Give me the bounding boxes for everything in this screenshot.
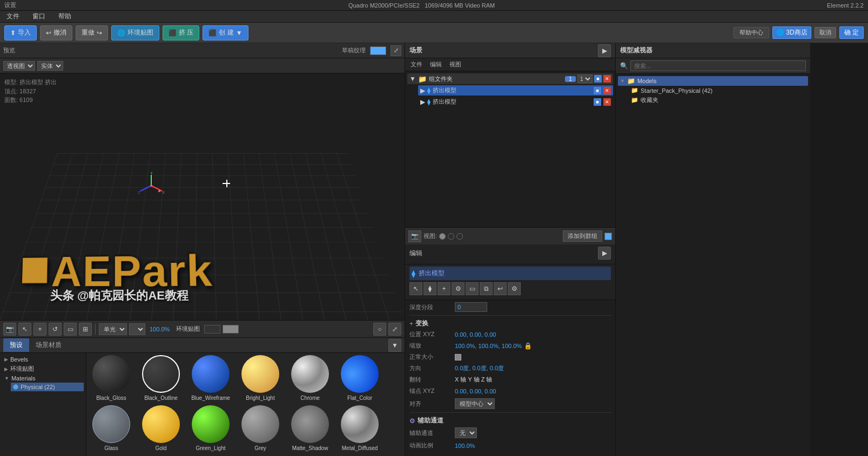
material-metal-diffused[interactable]: Metal_Diffused	[335, 403, 385, 453]
scene-item-extrude-1[interactable]: ▶ ⧫ 挤出模型 ■ ✕	[418, 85, 613, 96]
scene-item-extrude-2[interactable]: ▶ ⧫ 挤出模型 ■ ✕	[418, 97, 613, 107]
transform-icon[interactable]: ⊞	[79, 323, 92, 336]
folder-select[interactable]: 1	[577, 74, 593, 83]
camera-scene-icon[interactable]: 📷	[408, 230, 421, 242]
scene-folder-header[interactable]: ▼ 📁 组文件夹 1 1 ■ ✕	[407, 73, 613, 84]
collapse-materials-button[interactable]: ▼	[388, 339, 401, 352]
material-black-gloss[interactable]: Black_Gloss	[86, 353, 136, 403]
material-blue-wireframe[interactable]: Blue_Wireframe	[186, 353, 235, 403]
scene-menu-file[interactable]: 文件	[407, 59, 426, 70]
item-blue-btn-1[interactable]: ■	[594, 87, 601, 94]
scene-menu-edit[interactable]: 编辑	[427, 59, 445, 70]
texture-color-swatch[interactable]	[370, 46, 386, 55]
scale-value[interactable]: 100.0%, 100.0%, 100.0%	[455, 343, 522, 349]
material-gold[interactable]: Gold	[136, 403, 186, 453]
refresh-icon[interactable]: ↺	[49, 323, 62, 336]
menu-item-help[interactable]: 帮助	[56, 11, 73, 22]
material-flat-color[interactable]: Flat_Color	[335, 353, 385, 403]
folder-blue-btn[interactable]: ■	[594, 75, 602, 83]
item-close-btn-1[interactable]: ✕	[603, 87, 611, 94]
expand-edit-button[interactable]: ▶	[598, 247, 611, 260]
circle-view-icon[interactable]: ○	[373, 323, 386, 336]
material-grey[interactable]: Grey	[235, 403, 285, 453]
view-circle-solid[interactable]	[439, 233, 446, 240]
light-type-select[interactable]	[129, 323, 145, 335]
tree-item-environment[interactable]: ▶ 环境贴图	[2, 364, 84, 374]
item-blue-btn-2[interactable]: ■	[594, 98, 601, 106]
starter-pack-item[interactable]: 📁 Starter_Pack_Physical (42)	[629, 86, 808, 95]
edit-tool-gear[interactable]: ⚙	[508, 282, 521, 295]
expand-icon[interactable]: ⤢	[388, 323, 401, 336]
item-close-btn-2[interactable]: ✕	[603, 98, 611, 106]
add-group-button[interactable]: 添加到群组	[563, 230, 602, 242]
edit-tool-shape[interactable]: ⧫	[423, 282, 436, 295]
lock-icon[interactable]: 🔒	[524, 342, 532, 350]
menu-item-file[interactable]: 文件	[4, 11, 22, 22]
align-dropdown[interactable]: 模型中心	[455, 398, 495, 409]
light-select[interactable]: 单光	[99, 323, 127, 335]
edit-tool-copy[interactable]: ⧉	[480, 282, 493, 295]
material-glass[interactable]: Glass	[86, 403, 136, 453]
tree-item-bevels[interactable]: ▶ Bevels	[2, 355, 84, 364]
aux-channel-dropdown[interactable]: 无	[455, 427, 477, 438]
animation-value[interactable]: 100.0%	[455, 443, 475, 449]
view-circle-flat[interactable]	[456, 233, 463, 240]
redo-button[interactable]: 重做 ↪	[76, 25, 108, 40]
material-green-light[interactable]: Green_Light	[186, 403, 235, 453]
search-input[interactable]	[630, 60, 806, 71]
rect-icon[interactable]: ▭	[64, 323, 77, 336]
svg-point-6	[150, 185, 152, 187]
model-tree: ▼ 📁 Models 📁 Starter_Pack_Physical (42) …	[616, 74, 810, 456]
menu-item-window[interactable]: 窗口	[30, 11, 48, 22]
edit-tool-add[interactable]: +	[438, 282, 450, 295]
expand-viewport-button[interactable]: ⤢	[391, 45, 401, 56]
anchor-value[interactable]: 0.00, 0.00, 0.00	[455, 388, 496, 394]
depth-input[interactable]: 0	[455, 302, 487, 312]
scene-menu-view[interactable]: 视图	[446, 59, 465, 70]
undo-button[interactable]: ↩ 撤消	[40, 25, 72, 40]
shop-button[interactable]: 🌐 3D商店	[772, 26, 811, 39]
render-type-select[interactable]: 实体	[37, 61, 63, 71]
folder-close-btn[interactable]: ✕	[603, 75, 611, 83]
main-layout: 预览 草稿纹理 ⤢ 透视图 实体 模型: 挤出模型 挤出 顶点: 18327 面…	[0, 43, 868, 456]
material-black-outline[interactable]: Black_Outline	[136, 353, 186, 403]
help-center-button[interactable]: 帮助中心	[734, 27, 769, 38]
create-dropdown-icon: ▼	[236, 29, 243, 37]
move-icon[interactable]: ↖	[18, 323, 31, 336]
tree-item-physical[interactable]: Physical (22)	[11, 383, 84, 391]
create-button[interactable]: ⬛ 创 建 ▼	[203, 25, 248, 40]
svg-text:Z: Z	[138, 190, 140, 195]
model-tree-root[interactable]: ▼ 📁 Models	[618, 76, 808, 86]
expand-scene-button[interactable]: ▶	[598, 44, 611, 57]
view-mode-select[interactable]: 透视图	[3, 61, 35, 71]
transform-section: + 变换	[409, 319, 611, 328]
normal-size-rect[interactable]	[455, 354, 461, 360]
tab-presets[interactable]: 预设	[3, 338, 29, 352]
confirm-button[interactable]: 确 定	[839, 26, 864, 39]
env-color-swatch[interactable]	[204, 325, 220, 334]
environment-button[interactable]: 🌐 环境贴图	[111, 25, 159, 40]
tab-scene-materials[interactable]: 场景材质	[29, 338, 68, 352]
group-color-swatch[interactable]	[604, 233, 612, 240]
material-matte-shadow[interactable]: Matte_Shadow	[285, 403, 335, 453]
material-sphere-black-outline	[142, 355, 180, 393]
zoom-level[interactable]: 100.0%	[147, 326, 172, 332]
view-circle-wire[interactable]	[448, 233, 454, 240]
direction-value[interactable]: 0.0度, 0.0度, 0.0度	[455, 364, 504, 372]
edit-tool-rect[interactable]: ▭	[466, 282, 479, 295]
extrude-button[interactable]: ⬛ 挤 压	[163, 25, 199, 40]
material-chrome[interactable]: Chrome	[285, 353, 335, 403]
env-swatch-2[interactable]	[223, 325, 239, 334]
position-value[interactable]: 0.00, 0.00, 0.00	[455, 331, 496, 338]
tree-item-materials[interactable]: ▼ Materials	[2, 374, 84, 383]
import-button[interactable]: ⬆ 导入	[4, 25, 37, 40]
favorites-item[interactable]: 📁 收藏夹	[629, 95, 808, 105]
edit-tool-move[interactable]: ↖	[409, 282, 422, 295]
edit-tool-settings[interactable]: ⚙	[452, 282, 465, 295]
add-icon[interactable]: +	[33, 323, 46, 336]
edit-tool-back[interactable]: ↩	[494, 282, 507, 295]
material-bright-light[interactable]: Bright_Light	[235, 353, 285, 403]
materials-grid: Black_Gloss Black_Outline Blue_Wireframe	[86, 353, 405, 456]
cancel-button[interactable]: 取消	[815, 27, 836, 38]
camera-icon[interactable]: 📷	[3, 323, 16, 336]
